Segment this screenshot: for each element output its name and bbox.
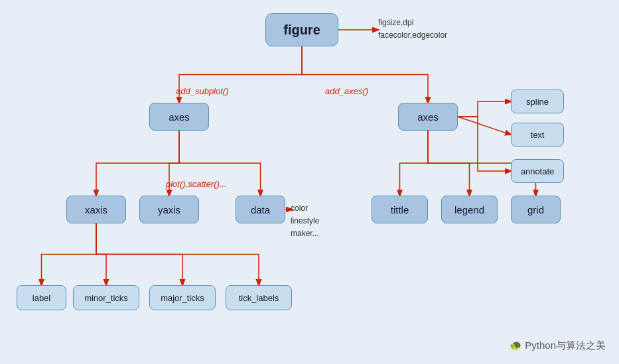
- node-minor_ticks: minor_ticks: [73, 285, 139, 310]
- node-data: data: [236, 196, 285, 223]
- node-tittle: tittle: [372, 196, 428, 223]
- node-figure: figure: [265, 13, 338, 46]
- edge-label-plot_scatter: plot(),scatter()...: [166, 179, 227, 189]
- node-label: label: [17, 285, 66, 310]
- node-grid: grid: [511, 196, 561, 223]
- node-text: text: [511, 123, 564, 147]
- node-annotate: annotate: [511, 159, 564, 183]
- node-spline: spline: [511, 90, 564, 113]
- diagram: 🐢 Python与算法之美 figureaxesaxesxaxisyaxisda…: [0, 0, 619, 364]
- node-axes_left: axes: [149, 103, 209, 131]
- node-yaxis: yaxis: [139, 196, 199, 223]
- prop-figsize: figsize,dpifacecolor,edgecolor: [378, 17, 447, 42]
- watermark: 🐢 Python与算法之美: [510, 339, 606, 352]
- node-tick_labels: tick_labels: [226, 285, 292, 310]
- edge-label-add_subplot: add_subplot(): [176, 86, 229, 96]
- node-legend: legend: [441, 196, 498, 223]
- node-major_ticks: major_ticks: [149, 285, 216, 310]
- node-xaxis: xaxis: [66, 196, 126, 223]
- node-axes_right: axes: [398, 103, 458, 131]
- prop-color: colorlinestylemaker...: [291, 202, 319, 241]
- edge-label-add_axes: add_axes(): [325, 86, 368, 96]
